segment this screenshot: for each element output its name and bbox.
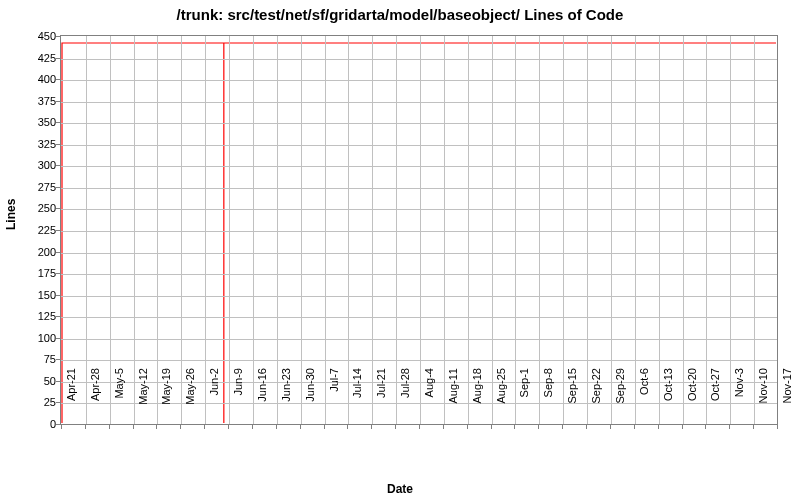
gridline-h — [61, 102, 777, 103]
y-tick-mark — [56, 295, 60, 296]
gridline-v — [539, 36, 540, 424]
y-tick-label: 425 — [6, 52, 56, 64]
x-tick-mark — [371, 425, 372, 429]
gridline-v — [635, 36, 636, 424]
x-tick-label: 18-Aug — [471, 368, 483, 428]
gridline-v — [348, 36, 349, 424]
gridline-v — [396, 36, 397, 424]
x-tick-label: 28-Jul — [399, 368, 411, 428]
gridline-v — [277, 36, 278, 424]
y-tick-label: 400 — [6, 73, 56, 85]
x-tick-label: 3-Nov — [733, 368, 745, 428]
x-tick-mark — [395, 425, 396, 429]
gridline-h — [61, 231, 777, 232]
x-tick-mark — [300, 425, 301, 429]
gridline-h — [61, 296, 777, 297]
x-tick-label: 6-Oct — [638, 368, 650, 428]
x-tick-mark — [324, 425, 325, 429]
gridline-h — [61, 209, 777, 210]
gridline-h — [61, 274, 777, 275]
gridline-v — [110, 36, 111, 424]
gridline-h — [61, 145, 777, 146]
data-series-svg — [61, 36, 777, 424]
y-tick-label: 25 — [6, 396, 56, 408]
gridline-h — [61, 80, 777, 81]
x-tick-mark — [204, 425, 205, 429]
gridline-v — [86, 36, 87, 424]
y-tick-mark — [56, 144, 60, 145]
x-tick-label: 16-Jun — [256, 368, 268, 428]
y-tick-label: 75 — [6, 353, 56, 365]
y-tick-mark — [56, 101, 60, 102]
x-tick-label: 14-Jul — [351, 368, 363, 428]
y-tick-mark — [56, 36, 60, 37]
x-tick-mark — [514, 425, 515, 429]
gridline-v — [730, 36, 731, 424]
x-tick-label: 20-Oct — [686, 368, 698, 428]
y-tick-label: 100 — [6, 332, 56, 344]
gridline-v — [683, 36, 684, 424]
gridline-v — [587, 36, 588, 424]
gridline-h — [61, 360, 777, 361]
x-tick-label: 7-Jul — [328, 368, 340, 428]
gridline-v — [205, 36, 206, 424]
y-tick-label: 300 — [6, 159, 56, 171]
x-tick-label: 19-May — [160, 368, 172, 428]
y-tick-mark — [56, 402, 60, 403]
y-tick-label: 225 — [6, 224, 56, 236]
y-tick-mark — [56, 273, 60, 274]
y-tick-mark — [56, 424, 60, 425]
x-tick-label: 17-Nov — [781, 368, 793, 428]
gridline-v — [706, 36, 707, 424]
x-tick-mark — [586, 425, 587, 429]
gridline-v — [134, 36, 135, 424]
x-axis-label: Date — [0, 482, 800, 496]
x-tick-mark — [705, 425, 706, 429]
gridline-v — [372, 36, 373, 424]
x-tick-label: 21-Jul — [375, 368, 387, 428]
y-tick-label: 350 — [6, 116, 56, 128]
y-tick-label: 175 — [6, 267, 56, 279]
x-tick-label: 26-May — [184, 368, 196, 428]
x-tick-mark — [729, 425, 730, 429]
x-tick-label: 22-Sep — [590, 368, 602, 428]
x-tick-mark — [682, 425, 683, 429]
x-tick-mark — [443, 425, 444, 429]
x-tick-label: 21-Apr — [65, 368, 77, 428]
x-tick-label: 5-May — [113, 368, 125, 428]
x-tick-mark — [538, 425, 539, 429]
y-tick-label: 0 — [6, 418, 56, 430]
y-tick-mark — [56, 208, 60, 209]
gridline-h — [61, 317, 777, 318]
series-line — [62, 43, 776, 423]
x-tick-mark — [491, 425, 492, 429]
gridline-v — [611, 36, 612, 424]
x-tick-mark — [109, 425, 110, 429]
y-tick-mark — [56, 165, 60, 166]
x-tick-label: 11-Aug — [447, 368, 459, 428]
gridline-h — [61, 59, 777, 60]
y-tick-mark — [56, 79, 60, 80]
gridline-h — [61, 123, 777, 124]
gridline-h — [61, 166, 777, 167]
x-tick-mark — [180, 425, 181, 429]
x-tick-mark — [156, 425, 157, 429]
x-tick-mark — [228, 425, 229, 429]
y-tick-mark — [56, 58, 60, 59]
x-tick-label: 9-Jun — [232, 368, 244, 428]
y-tick-mark — [56, 338, 60, 339]
gridline-v — [325, 36, 326, 424]
x-tick-label: 30-Jun — [304, 368, 316, 428]
y-tick-label: 50 — [6, 375, 56, 387]
gridline-v — [754, 36, 755, 424]
x-tick-mark — [777, 425, 778, 429]
plot-area — [60, 35, 778, 425]
gridline-v — [444, 36, 445, 424]
gridline-v — [181, 36, 182, 424]
gridline-v — [492, 36, 493, 424]
x-tick-mark — [634, 425, 635, 429]
gridline-v — [468, 36, 469, 424]
x-tick-label: 13-Oct — [662, 368, 674, 428]
x-tick-mark — [610, 425, 611, 429]
chart-title: /trunk: src/test/net/sf/gridarta/model/b… — [0, 6, 800, 23]
